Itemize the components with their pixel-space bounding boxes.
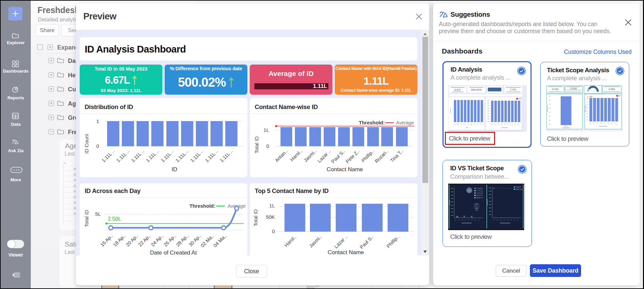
- svg-text:Contact Name: Contact Name: [328, 249, 364, 256]
- svg-text:ID Count: ID Count: [84, 134, 89, 154]
- svg-text:1: 1: [96, 118, 99, 124]
- svg-text:Total ID: Total ID: [254, 136, 259, 153]
- svg-text:Total Tick..: Total Tick..: [516, 189, 523, 190]
- svg-text:Threshold:: Threshold:: [189, 203, 216, 209]
- svg-text:6.67L: 6.67L: [454, 88, 461, 91]
- svg-text:Contact Name: Contact Name: [327, 166, 363, 173]
- svg-text:5L: 5L: [95, 211, 101, 217]
- svg-text:ID: ID: [172, 166, 177, 173]
- svg-text:✎: ✎: [64, 162, 66, 165]
- svg-text:0: 0: [272, 228, 275, 234]
- svg-text:Total ID: Total ID: [253, 209, 258, 226]
- svg-text:ID Across each Day: ID Across each Day: [85, 187, 141, 194]
- svg-text:0.01K: 0.01K: [570, 87, 577, 90]
- svg-text:1L: 1L: [269, 203, 275, 208]
- svg-text:500.02%: 500.02%: [471, 88, 482, 91]
- svg-text:0:38: 0:38: [475, 207, 478, 209]
- svg-text:6.6L: 6.6L: [468, 190, 471, 192]
- svg-text:1L: 1L: [263, 127, 269, 133]
- svg-text:1.7 to 2.2..: 1.7 to 2.2..: [476, 190, 483, 192]
- svg-text:2.50L: 2.50L: [108, 216, 121, 222]
- svg-text:0: 0: [266, 143, 269, 149]
- svg-text:1.7 RE..: 1.7 RE..: [587, 96, 593, 98]
- svg-text:1.11L: 1.11L: [510, 88, 517, 91]
- svg-text:2.8 to 3.7..: 2.8 to 3.7..: [476, 195, 483, 196]
- svg-text:4:07: 4:07: [475, 205, 478, 207]
- svg-text:Threshold:: Threshold:: [359, 120, 385, 125]
- svg-text:Contact Name-wise ID: Contact Name-wise ID: [255, 103, 318, 110]
- svg-text:Top 5 Contact Name by ID: Top 5 Contact Name by ID: [255, 187, 329, 194]
- svg-text:0.01K: 0.01K: [552, 88, 559, 91]
- svg-text:...: ...: [71, 164, 73, 167]
- svg-text:Average: Average: [396, 120, 414, 125]
- svg-text:above 4.7..: above 4.7..: [476, 197, 484, 199]
- svg-text:2.2 to 2.8..: 2.2 to 2.8..: [476, 192, 483, 194]
- svg-text:1:48: 1:48: [475, 203, 478, 205]
- svg-text:50K: 50K: [266, 214, 275, 220]
- svg-text:Total ID: Total ID: [84, 210, 89, 227]
- svg-text:0: 0: [96, 143, 99, 149]
- svg-text:1 L and 1..: 1 L and 1..: [476, 188, 483, 189]
- svg-text:2:31: 2:31: [475, 209, 478, 211]
- svg-text:0.00K: 0.00K: [609, 88, 615, 91]
- svg-text:Distribution of ID: Distribution of ID: [85, 103, 133, 110]
- svg-text:Date of Created At: Date of Created At: [150, 250, 197, 256]
- svg-text:Total ID: Total ID: [516, 186, 521, 188]
